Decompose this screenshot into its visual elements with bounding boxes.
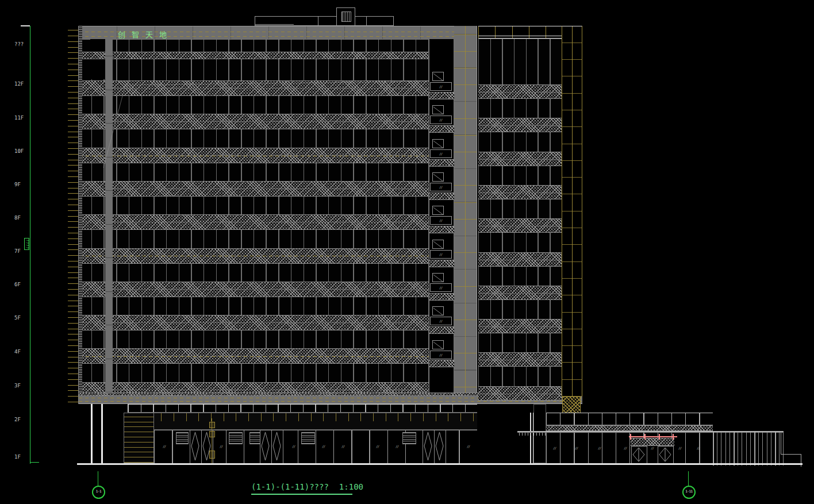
entry-door [271, 430, 283, 464]
floor-label-5f: 5F [14, 316, 29, 321]
spandrel-band [79, 52, 477, 59]
spandrel-band [79, 80, 477, 96]
roof-machine-room [336, 7, 355, 26]
glass-mark: ∕∕ [292, 445, 295, 448]
tower-facade-notch [90, 39, 106, 79]
floor-label-4f: 4F [14, 349, 29, 355]
podium-stone-band [124, 413, 477, 430]
scale-top-tick [21, 25, 30, 26]
spandrel-band [79, 114, 477, 129]
grid-leader-left [98, 471, 98, 486]
machine-room-louver [341, 11, 351, 22]
drawing-scale: 1:100 [339, 482, 363, 491]
spandrel-band [478, 252, 562, 267]
floor-label-6f: 6F [14, 282, 29, 287]
tower-left-pier [105, 39, 113, 393]
spandrel-band [79, 181, 477, 197]
spandrel-band [79, 282, 477, 297]
glass-mark: ∕∕ [341, 445, 344, 448]
left-dim-ticks [68, 29, 79, 402]
drawing-title-block: (1-1)-(1-11)????1:100 [251, 482, 363, 491]
glass-mark: ∕∕ [467, 445, 470, 448]
floor-label-roof: ??? [14, 42, 29, 47]
spandrel-band [478, 286, 562, 300]
floor-label-10f: 10F [14, 149, 29, 154]
red-post [644, 434, 646, 440]
piloti-column [530, 413, 531, 463]
olive-annotation [209, 418, 216, 464]
grid-leader-right [688, 471, 689, 486]
floor-label-1f: 1F [14, 455, 29, 460]
entry-door [423, 430, 435, 464]
title-underline [251, 494, 352, 495]
floor-label-3f: 3F [14, 383, 29, 388]
olive-floor-line [79, 256, 477, 256]
entry-door [434, 430, 446, 464]
railing [713, 431, 784, 465]
red-post [659, 434, 660, 440]
red-post [630, 434, 631, 440]
annex-clerestory [546, 413, 713, 425]
floor-label-2f: 2F [14, 417, 29, 422]
louver-panel [402, 432, 416, 444]
grid-bubble-1-11: 1-11 [682, 486, 696, 499]
louver-panel [229, 432, 243, 444]
annex-door [631, 446, 647, 464]
canopy-red-bar [629, 436, 677, 437]
glass-mark: ∕∕ [651, 447, 654, 450]
wing-roofline [478, 36, 562, 36]
annex-spandrel [546, 425, 713, 431]
entry-door [260, 430, 272, 464]
spandrel-band [478, 218, 562, 233]
roof-parapet-outline [255, 16, 394, 26]
louver-panel [301, 432, 315, 444]
right-step-line [781, 433, 781, 454]
spandrel-band [79, 315, 477, 330]
spandrel-band [478, 185, 562, 199]
floor-label-8f: 8F [14, 216, 29, 221]
glass-mark: ∕∕ [553, 447, 556, 450]
spandrel-band [79, 214, 477, 230]
grid-bubble-1-1: 1-1 [92, 486, 105, 499]
entry-door [190, 430, 202, 464]
tower-left-edge [78, 26, 82, 404]
glass-mark: ∕∕ [624, 447, 627, 450]
louver-base-box [562, 397, 581, 414]
drawing-title: (1-1)-(1-11)???? [251, 482, 329, 491]
building-sign: 创智天地 [118, 29, 173, 40]
spandrel-band [478, 319, 562, 333]
scale-bottom-tick [30, 462, 39, 463]
glass-mark: ∕∕ [575, 447, 578, 450]
scale-line [30, 26, 30, 464]
glass-mark: ∕∕ [697, 447, 700, 450]
right-step-line [781, 454, 801, 455]
scale-dim-text: ???? [24, 238, 29, 250]
tower-right-column [454, 26, 477, 404]
floor-label-12f: 12F [14, 82, 29, 87]
tower-parapet: 创智天地 [79, 26, 477, 39]
spandrel-band [478, 84, 562, 99]
red-post [673, 434, 674, 440]
wing-louver-column [562, 26, 582, 397]
spandrel-band [478, 118, 562, 132]
floor-label-11f: 11F [14, 116, 29, 121]
podium-stone-pier [124, 413, 154, 463]
glass-mark: ∕∕ [598, 447, 601, 450]
floor-label-7f: 7F [14, 249, 29, 254]
podium-clerestory [128, 404, 477, 413]
floor-label-9f: 9F [14, 182, 29, 187]
annex-door [658, 446, 674, 464]
glass-mark: ∕∕ [376, 445, 379, 448]
piloti-column [101, 404, 103, 463]
spandrel-band [478, 352, 562, 367]
olive-floor-line [79, 156, 477, 156]
spandrel-band [478, 152, 562, 166]
piloti-column [91, 404, 93, 463]
louver-panel [176, 432, 189, 444]
glass-mark: ∕∕ [220, 445, 222, 448]
glass-mark: ∕∕ [163, 445, 166, 448]
entrance-hatch [631, 438, 674, 446]
olive-floor-line [79, 356, 477, 357]
glass-mark: ∕∕ [396, 445, 398, 448]
glass-mark: ∕∕ [322, 445, 325, 448]
